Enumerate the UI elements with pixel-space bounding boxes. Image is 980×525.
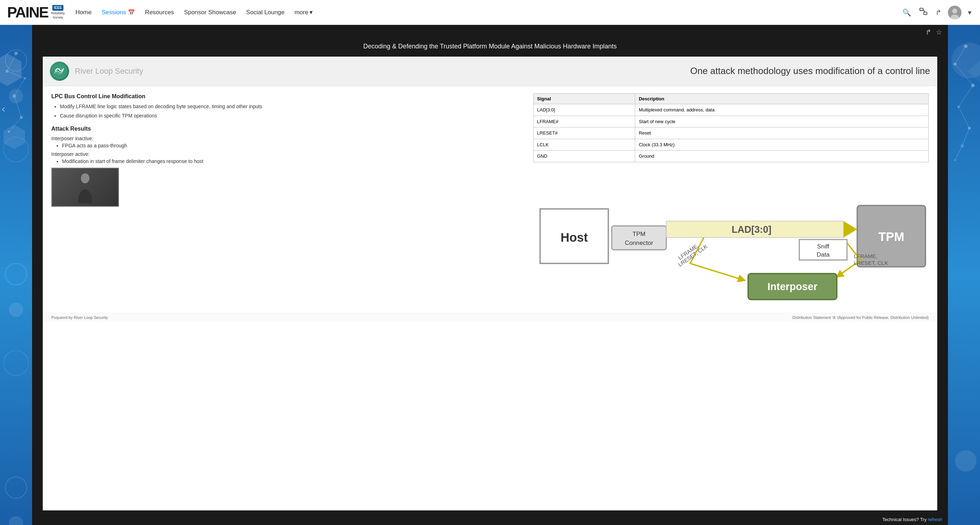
svg-line-12 bbox=[7, 71, 25, 78]
slide-right-column: Signal Description LAD[3:0] Multiplexed … bbox=[533, 93, 929, 306]
svg-rect-1 bbox=[924, 12, 927, 14]
svg-line-15 bbox=[9, 117, 21, 132]
account-dropdown[interactable]: ▾ bbox=[966, 7, 973, 18]
svg-text:Connector: Connector bbox=[625, 239, 653, 246]
footer-right: Distribution Statement 'A' (Approved for… bbox=[792, 316, 929, 320]
svg-text:LAD[3:0]: LAD[3:0] bbox=[731, 224, 771, 235]
table-header-description: Description bbox=[635, 94, 929, 104]
footer-left: Prepared by River Loop Security bbox=[51, 316, 108, 320]
desc-lad: Multiplexed command, address, data bbox=[635, 104, 929, 116]
right-sidebar bbox=[948, 25, 980, 525]
page-wrapper: ‹ ↱ ☆ Decoding & Defending the Trusted P… bbox=[0, 25, 980, 525]
nav-logo[interactable]: PAINE IEEE ReliabilitySociety bbox=[7, 4, 65, 21]
svg-text:Data: Data bbox=[816, 251, 830, 258]
slide-header: River Loop Security One attack methodolo… bbox=[43, 57, 937, 86]
calendar-icon: 📅 bbox=[128, 9, 135, 16]
svg-text:LRESET, CLK: LRESET, CLK bbox=[854, 260, 888, 266]
translate-button[interactable] bbox=[918, 6, 929, 19]
lpc-bullet-list: Modify LFRAME line logic states based on… bbox=[51, 103, 526, 119]
svg-text:Interposer: Interposer bbox=[767, 281, 817, 292]
svg-point-3 bbox=[952, 8, 957, 14]
status-text: Technical Issues? Try bbox=[882, 517, 928, 522]
signal-table: Signal Description LAD[3:0] Multiplexed … bbox=[533, 93, 929, 162]
table-row: LFRAME# Start of new cycle bbox=[533, 116, 928, 127]
slide-footer: Prepared by River Loop Security Distribu… bbox=[43, 313, 937, 322]
signal-lframe: LFRAME# bbox=[533, 116, 635, 127]
user-avatar[interactable] bbox=[948, 6, 961, 19]
signal-lreset: LRESET# bbox=[533, 127, 635, 139]
share-button[interactable]: ↱ bbox=[934, 7, 943, 18]
navbar: PAINE IEEE ReliabilitySociety Home Sessi… bbox=[0, 0, 980, 25]
slide-title-bar: Decoding & Defending the Trusted Platfor… bbox=[32, 39, 948, 57]
table-row: GND Ground bbox=[533, 151, 928, 162]
table-row: LAD[3:0] Multiplexed command, address, d… bbox=[533, 104, 928, 116]
signal-gnd: GND bbox=[533, 151, 635, 162]
center-content: ↱ ☆ Decoding & Defending the Trusted Pla… bbox=[32, 25, 948, 525]
table-header-signal: Signal bbox=[533, 94, 635, 104]
nav-actions: 🔍 ↱ ▾ bbox=[901, 6, 973, 19]
topbar-share-button[interactable]: ↱ bbox=[926, 28, 932, 36]
interposer-active-list: Modification in start of frame delimiter… bbox=[51, 159, 526, 164]
status-bar: Technical Issues? Try refresh bbox=[32, 514, 948, 525]
nav-links: Home Sessions 📅 Resources Sponsor Showca… bbox=[76, 8, 894, 16]
signal-lad: LAD[3:0] bbox=[533, 104, 635, 116]
content-topbar: ↱ ☆ bbox=[32, 25, 948, 39]
lpc-section-title: LPC Bus Control Line Modification bbox=[51, 93, 526, 100]
interposer-inactive-label: Interposer inactive: bbox=[51, 136, 526, 141]
interposer-inactive-bullet: FPGA acts as a pass-through bbox=[62, 143, 526, 148]
desc-lreset: Reset bbox=[635, 127, 929, 139]
speaker-video-thumbnail bbox=[51, 168, 119, 207]
company-name: River Loop Security bbox=[75, 67, 143, 76]
slide-main-title: Decoding & Defending the Trusted Platfor… bbox=[363, 43, 617, 50]
slide-header-title: One attack methodology uses modification… bbox=[149, 65, 930, 77]
nav-sessions[interactable]: Sessions 📅 bbox=[102, 9, 135, 16]
svg-marker-25 bbox=[843, 221, 857, 237]
desc-gnd: Ground bbox=[635, 151, 929, 162]
logo-text: PAINE bbox=[7, 4, 48, 21]
svg-line-47 bbox=[959, 86, 973, 107]
slide-container: River Loop Security One attack methodolo… bbox=[43, 57, 937, 511]
table-row: LCLK Clock (33.3 MHz) bbox=[533, 139, 928, 151]
interposer-active-bullet: Modification in start of frame delimiter… bbox=[62, 159, 526, 164]
svg-text:Sniff: Sniff bbox=[817, 243, 829, 250]
company-logo bbox=[50, 62, 69, 81]
svg-line-13 bbox=[14, 78, 25, 96]
svg-text:Host: Host bbox=[560, 231, 588, 244]
signal-lclk: LCLK bbox=[533, 139, 635, 151]
diagram-area: Host TPM Connector LAD[3:0] bbox=[533, 168, 929, 306]
lpc-bullet-2: Cause disruption in specific TPM operati… bbox=[60, 113, 526, 120]
svg-point-18 bbox=[81, 173, 89, 183]
svg-line-49 bbox=[962, 128, 969, 146]
refresh-link[interactable]: refresh bbox=[928, 517, 942, 522]
slide-body: LPC Bus Control Line Modification Modify… bbox=[43, 86, 937, 313]
desc-lframe: Start of new cycle bbox=[635, 116, 929, 127]
nav-lounge[interactable]: Social Lounge bbox=[246, 9, 285, 16]
ieee-badge: IEEE bbox=[52, 5, 64, 11]
nav-more[interactable]: more ▾ bbox=[294, 8, 313, 16]
svg-text:TPM: TPM bbox=[878, 230, 904, 243]
interposer-inactive-list: FPGA acts as a pass-through bbox=[51, 143, 526, 148]
svg-line-48 bbox=[959, 107, 969, 128]
chevron-down-icon: ▾ bbox=[310, 8, 313, 16]
slide-left-column: LPC Bus Control Line Modification Modify… bbox=[51, 93, 526, 306]
svg-point-16 bbox=[52, 63, 67, 79]
svg-line-14 bbox=[14, 96, 21, 117]
interposer-active-label: Interposer active: bbox=[51, 151, 526, 157]
desc-lclk: Clock (33.3 MHz) bbox=[635, 139, 929, 151]
search-button[interactable]: 🔍 bbox=[901, 7, 913, 18]
svg-text:TPM: TPM bbox=[632, 230, 645, 237]
table-row: LRESET# Reset bbox=[533, 127, 928, 139]
lpc-bullet-1: Modify LFRAME line logic states based on… bbox=[60, 103, 526, 110]
nav-resources[interactable]: Resources bbox=[145, 9, 174, 16]
svg-text:LFRAME,: LFRAME, bbox=[854, 253, 877, 259]
reliability-society-text: ReliabilitySociety bbox=[51, 11, 65, 19]
topbar-star-button[interactable]: ☆ bbox=[936, 28, 942, 36]
attack-section-title: Attack Results bbox=[51, 126, 526, 132]
ieee-badge-group: IEEE ReliabilitySociety bbox=[51, 5, 65, 19]
nav-home[interactable]: Home bbox=[76, 9, 92, 16]
nav-sponsor[interactable]: Sponsor Showcase bbox=[184, 9, 236, 16]
svg-line-50 bbox=[955, 146, 962, 160]
left-sidebar: ‹ bbox=[0, 25, 32, 525]
svg-line-11 bbox=[7, 53, 16, 71]
